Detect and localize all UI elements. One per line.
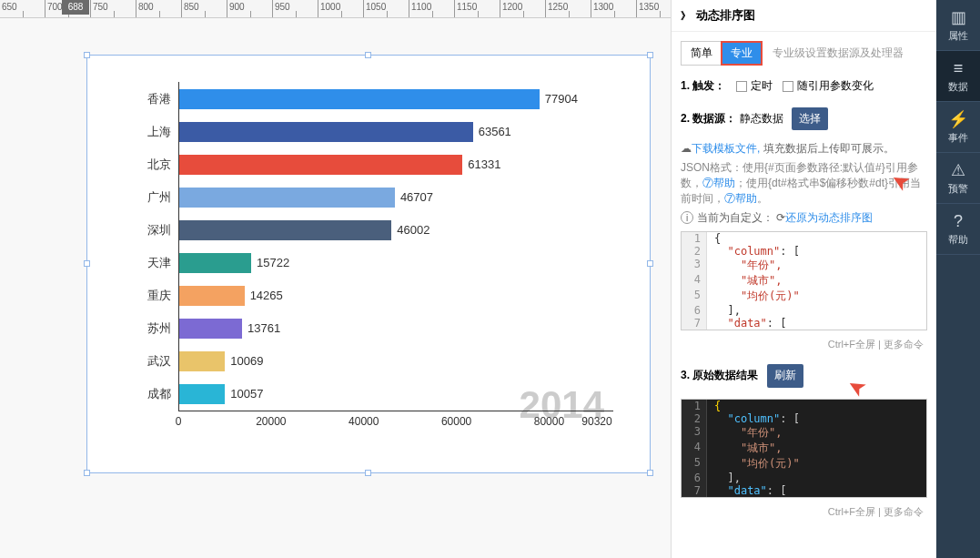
refresh-button[interactable]: 刷新 — [767, 364, 803, 388]
axis-tick-label: 60000 — [441, 415, 471, 428]
canvas-area[interactable]: 2014 香港77904上海63561北京61331广州46707深圳46002… — [0, 18, 671, 558]
bar-category-label: 重庆 — [142, 288, 178, 304]
axis-tick-label: 0 — [176, 415, 182, 428]
bar-fill — [178, 220, 391, 240]
bar-category-label: 上海 — [142, 124, 178, 140]
bar-row: 上海63561 — [142, 116, 613, 148]
help-link[interactable]: ⑦帮助 — [724, 192, 757, 205]
bar-value-label: 13761 — [248, 321, 280, 335]
axis-tick-label: 80000 — [534, 415, 564, 428]
sidebar-icon: ⚠ — [951, 160, 965, 180]
checkbox-timer[interactable] — [736, 81, 747, 92]
mode-tabs: 简单 专业 — [681, 41, 763, 66]
horizontal-ruler: 6507007508008509009501000105011001150120… — [0, 0, 671, 18]
trigger-section: 1. 触发： 定时 随引用参数变化 — [681, 76, 927, 96]
bar-row: 深圳46002 — [142, 214, 613, 247]
axis-tick-label: 90320 — [581, 415, 611, 428]
bar-category-label: 香港 — [142, 91, 178, 107]
sidebar-tab-预警[interactable]: ⚠预警 — [936, 153, 980, 204]
bar-fill — [178, 286, 245, 306]
sidebar-icon: ? — [954, 212, 963, 231]
sidebar-icon: ▥ — [951, 7, 966, 27]
bar-category-label: 武汉 — [142, 353, 178, 370]
bar-category-label: 成都 — [142, 386, 178, 402]
chart-frame[interactable]: 2014 香港77904上海63561北京61331广州46707深圳46002… — [86, 55, 651, 473]
bar-fill — [178, 188, 395, 208]
help-link[interactable]: ⑦帮助 — [702, 177, 735, 189]
bar-category-label: 深圳 — [142, 222, 178, 238]
bar-value-label: 14265 — [250, 289, 283, 302]
bar-category-label: 广州 — [142, 189, 178, 206]
ruler-position-marker: 688 — [62, 0, 89, 15]
bar-fill — [178, 155, 462, 175]
bar-value-label: 15722 — [257, 256, 289, 269]
editor-footer[interactable]: Ctrl+F全屏 | 更多命令 — [681, 336, 927, 353]
bar-value-label: 10057 — [230, 387, 263, 401]
mode-description: 专业级设置数据源及处理器 — [773, 46, 904, 59]
x-axis: 02000040000600008000090320 — [178, 411, 613, 411]
bar-value-label: 46002 — [397, 223, 429, 237]
bar-value-label: 10069 — [230, 354, 263, 368]
bar-category-label: 北京 — [142, 157, 178, 173]
bar-row: 天津15722 — [142, 247, 613, 279]
bar-row: 苏州13761 — [142, 312, 613, 345]
sidebar-tab-属性[interactable]: ▥属性 — [936, 0, 980, 51]
download-template-link[interactable]: 下载模板文件, — [692, 142, 760, 155]
bar-row: 广州46707 — [142, 181, 613, 214]
chevron-right-icon: 》 — [681, 9, 691, 23]
info-icon: i — [681, 211, 693, 224]
bar-row: 成都10057 — [142, 378, 613, 411]
json-editor-result[interactable]: 1{2 "column": [3 "年份",4 "城市",5 "均价(元)"6 … — [681, 399, 927, 498]
axis-tick-label: 40000 — [349, 415, 379, 428]
bar-fill — [178, 122, 473, 142]
sidebar-tab-帮助[interactable]: ?帮助 — [936, 204, 980, 255]
sidebar-tab-事件[interactable]: ⚡事件 — [936, 102, 980, 153]
sidebar-icon: ≡ — [954, 59, 964, 78]
select-datasource-button[interactable]: 选择 — [792, 107, 828, 131]
bar-value-label: 46707 — [400, 190, 433, 204]
right-sidebar: ▥属性≡数据⚡事件⚠预警?帮助 — [936, 0, 980, 558]
bar-value-label: 63561 — [479, 125, 511, 138]
download-icon: ☁ — [681, 142, 692, 155]
config-panel: 》 动态排序图 简单 专业 专业级设置数据源及处理器 1. 触发： 定时 随引用… — [671, 0, 936, 558]
bar-fill — [178, 351, 225, 371]
bar-value-label: 61331 — [468, 157, 500, 171]
bar-fill — [178, 253, 251, 273]
bar-fill — [178, 89, 540, 109]
tab-professional[interactable]: 专业 — [722, 42, 762, 65]
panel-header[interactable]: 》 动态排序图 — [672, 0, 936, 32]
bar-row: 北京61331 — [142, 148, 613, 181]
tab-simple[interactable]: 简单 — [682, 42, 722, 65]
panel-title: 动态排序图 — [696, 7, 755, 24]
editor-footer[interactable]: Ctrl+F全屏 | 更多命令 — [681, 503, 927, 521]
sidebar-icon: ⚡ — [948, 109, 968, 129]
bar-chart: 2014 香港77904上海63561北京61331广州46707深圳46002… — [87, 56, 650, 472]
restore-icon: ⟳ — [776, 211, 785, 224]
bar-category-label: 天津 — [142, 255, 178, 271]
restore-link[interactable]: 还原为动态排序图 — [785, 211, 873, 224]
bar-row: 重庆14265 — [142, 279, 613, 312]
checkbox-param-change[interactable] — [783, 81, 793, 92]
bar-fill — [178, 319, 242, 339]
json-editor-source[interactable]: 1{2 "column": [3 "年份",4 "城市",5 "均价(元)"6 … — [681, 231, 927, 330]
bar-value-label: 77904 — [545, 92, 578, 106]
axis-tick-label: 20000 — [256, 415, 286, 428]
sidebar-tab-数据[interactable]: ≡数据 — [936, 51, 980, 102]
datasource-section: 2. 数据源： 静态数据 选择 — [681, 107, 927, 131]
bar-category-label: 苏州 — [142, 320, 178, 337]
bar-row: 武汉10069 — [142, 345, 613, 378]
bar-fill — [178, 384, 225, 404]
bar-row: 香港77904 — [142, 83, 613, 116]
